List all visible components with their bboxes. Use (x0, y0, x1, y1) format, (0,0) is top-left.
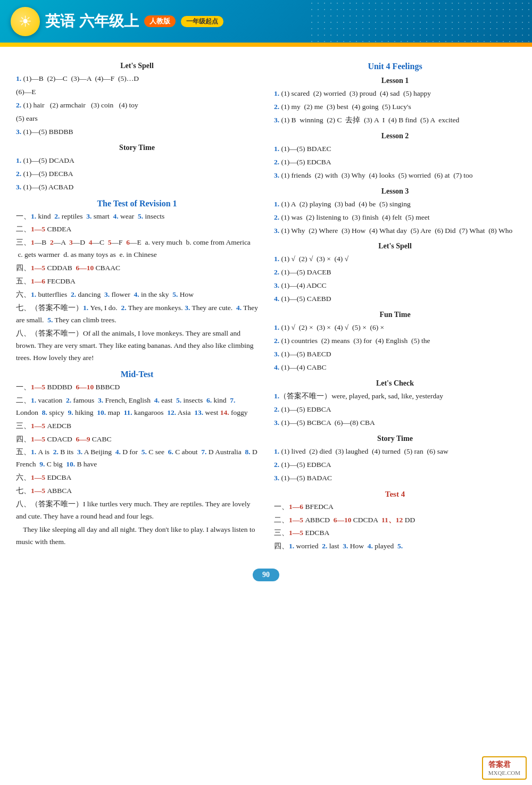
t4-4: 四、1. worried 2. last 3. How 4. played 5. (274, 540, 516, 553)
lc-3: 3. (1)—(5) BCBCA (6)—(8) CBA (274, 417, 516, 429)
lesson2-title: Lesson 2 (274, 132, 516, 140)
st2-1: 1. (1) lived (2) died (3) laughed (4) tu… (274, 446, 516, 458)
watermark-title: 答案君 (488, 760, 520, 770)
st-3: 3. (1)—(5) ACBAD (16, 181, 258, 194)
mid-1: 一、1—5 BDDBD 6—10 BBBCD (16, 381, 258, 394)
right-column: Unit 4 Feelings Lesson 1 1. (1) scared (… (274, 56, 516, 554)
main-content: Let's Spell 1. (1)—B (2)—C (3)—A (4)—F (… (0, 47, 532, 563)
lets-spell-2b: (5) ears (16, 113, 258, 125)
mid-2: 二、1. vacation 2. famous 3. French, Engli… (16, 395, 258, 419)
lets-spell-3: 3. (1)—(5) BBDBB (16, 126, 258, 138)
rev-3: 三、1—B 2—A 3—D 4—C 5—F 6—E a. very much b… (16, 237, 258, 261)
l2-3: 3. (1) friends (2) with (3) Why (4) look… (274, 170, 516, 182)
header-strip (0, 43, 532, 47)
watermark: 答案君 MXQE.COM (482, 756, 527, 780)
l2-1: 1. (1)—(5) BDAEC (274, 143, 516, 155)
header-badge1: 人教版 (144, 15, 176, 27)
mid-8b: They like sleeping all day and all night… (16, 524, 258, 548)
l1-1: 1. (1) scared (2) worried (3) proud (4) … (274, 88, 516, 100)
lc-2: 2. (1)—(5) EDBCA (274, 404, 516, 416)
t4-2: 二、1—5 ABBCD 6—10 CDCDA 11、12 DD (274, 514, 516, 527)
header-title: 英语 六年级上 (45, 11, 139, 31)
left-column: Let's Spell 1. (1)—B (2)—C (3)—A (4)—F (… (16, 56, 258, 554)
l3-3: 3. (1) Why (2) Where (3) How (4) What da… (274, 225, 516, 237)
l1-3: 3. (1) B winning (2) C 去掉 (3) A I (4) B … (274, 114, 516, 127)
mid-3: 三、1—5 AEDCB (16, 420, 258, 432)
l2-2: 2. (1)—(5) EDCBA (274, 156, 516, 169)
rev-6: 六、1. butterflies 2. dancing 3. flower 4.… (16, 289, 258, 301)
l1-2: 2. (1) my (2) me (3) best (4) going (5) … (274, 101, 516, 113)
mid-6: 六、1—5 EDCBA (16, 472, 258, 484)
lets-spell-1b: (6)—E (16, 86, 258, 98)
st-2: 2. (1)—(5) DECBA (16, 168, 258, 180)
page-number: 90 (253, 569, 279, 581)
ft-3: 3. (1)—(5) BAECD (274, 348, 516, 361)
ft-4: 4. (1)—(4) CABC (274, 362, 516, 374)
lets-spell-title: Let's Spell (16, 62, 258, 70)
fun-time-title: Fun Time (274, 311, 516, 319)
test4-title: Test 4 (274, 490, 516, 499)
lc-1: 1.（答案不唯一）were, played, park, sad, like, … (274, 390, 516, 403)
rev-5: 五、1—6 FECDBA (16, 275, 258, 288)
lesson1-title: Lesson 1 (274, 77, 516, 85)
rev-2: 二、1—5 CBDEA (16, 223, 258, 236)
header-logo (11, 7, 40, 36)
rev-1: 一、1. kind 2. reptiles 3. smart 4. wear 5… (16, 211, 258, 223)
mid-7: 七、1—5 ABBCA (16, 485, 258, 497)
ls2-2: 2. (1)—(5) DACEB (274, 266, 516, 279)
st2-3: 3. (1)—(5) BADAC (274, 472, 516, 485)
mid-5: 五、1. A is 2. B its 3. A Beijing 4. D for… (16, 446, 258, 471)
ft-1: 1. (1) √ (2) × (3) × (4) √ (5) × (6) × (274, 322, 516, 334)
rev-8: 八、（答案不唯一）Of all the animals, I love monk… (16, 328, 258, 364)
lets-spell2-title: Let's Spell (274, 242, 516, 250)
ls2-1: 1. (1) √ (2) √ (3) × (4) √ (274, 253, 516, 265)
mid-4: 四、1—5 CDACD 6—9 CABC (16, 433, 258, 446)
watermark-sub: MXQE.COM (488, 770, 520, 776)
page-header: 英语 六年级上 人教版 一年级起点 (0, 0, 532, 43)
lets-spell-2: 2. (1) hair (2) armchair (3) coin (4) to… (16, 99, 258, 112)
header-badge2: 一年级起点 (181, 16, 223, 27)
ls2-3: 3. (1)—(4) ADCC (274, 280, 516, 292)
mid-8: 八、（答案不唯一）I like turtles very much. They … (16, 498, 258, 523)
unit4-title: Unit 4 Feelings (274, 62, 516, 71)
midtest-title: Mid-Test (16, 370, 258, 379)
st-1: 1. (1)—(5) DCADA (16, 155, 258, 167)
t4-1: 一、1—6 BFEDCA (274, 501, 516, 513)
header-left: 英语 六年级上 人教版 一年级起点 (11, 7, 223, 36)
story-time2-title: Story Time (274, 435, 516, 443)
rev-7: 七、（答案不唯一）1. Yes, I do. 2. They are monke… (16, 302, 258, 327)
revision-title: The Test of Revision 1 (16, 199, 258, 208)
lets-spell-1: 1. (1)—B (2)—C (3)—A (4)—F (5)…D (16, 73, 258, 85)
lets-check-title: Let's Check (274, 379, 516, 388)
t4-3: 三、1—5 EDCBA (274, 527, 516, 539)
ls2-4: 4. (1)—(5) CAEBD (274, 293, 516, 305)
story-time-title: Story Time (16, 144, 258, 152)
l3-2: 2. (1) was (2) listening to (3) finish (… (274, 212, 516, 224)
rev-4: 四、1—5 CDDAB 6—10 CBAAC (16, 262, 258, 274)
header-decoration (309, 0, 532, 43)
lesson3-title: Lesson 3 (274, 187, 516, 196)
ft-2: 2. (1) countries (2) means (3) for (4) E… (274, 335, 516, 347)
st2-2: 2. (1)—(5) EDBCA (274, 459, 516, 471)
l3-1: 1. (1) A (2) playing (3) bad (4) be (5) … (274, 198, 516, 211)
